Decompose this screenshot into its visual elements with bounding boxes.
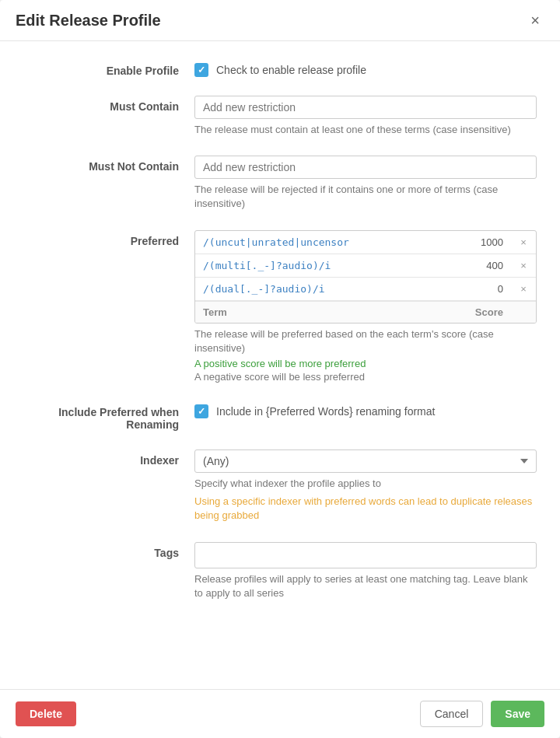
preferred-term-1: /(uncut|unrated|uncensor: [195, 231, 449, 254]
preferred-score-3: 0: [449, 278, 511, 300]
modal-title: Edit Release Profile: [16, 12, 161, 30]
close-button[interactable]: ×: [526, 11, 544, 30]
include-preferred-hint: Include in {Preferred Words} renaming fo…: [216, 405, 435, 418]
include-preferred-row: Include Preferred when Renaming Include …: [23, 401, 537, 431]
preferred-control: /(uncut|unrated|uncensor 1000 × /(multi[…: [194, 230, 537, 383]
enable-profile-row: Enable Profile Check to enable release p…: [23, 60, 537, 77]
must-not-contain-input[interactable]: [194, 156, 537, 179]
preferred-col-term: Term: [195, 302, 449, 323]
enable-profile-control: Check to enable release profile: [194, 60, 537, 77]
save-button[interactable]: Save: [491, 701, 544, 727]
preferred-col-score: Score: [449, 302, 511, 323]
preferred-term-3: /(dual[._-]?audio)/i: [195, 278, 449, 300]
must-not-contain-control: The release will be rejected if it conta…: [194, 156, 537, 211]
delete-button[interactable]: Delete: [16, 701, 76, 726]
preferred-label: Preferred: [23, 230, 194, 247]
modal-footer: Delete Cancel Save: [0, 689, 560, 738]
include-preferred-checkbox[interactable]: [194, 404, 208, 418]
must-contain-hint: The release must contain at least one of…: [194, 123, 537, 137]
indexer-row: Indexer (Any) Specify what indexer the p…: [23, 449, 537, 523]
preferred-delete-1[interactable]: ×: [511, 231, 536, 254]
enable-profile-hint: Check to enable release profile: [216, 64, 366, 76]
preferred-term-2: /(multi[._-]?audio)/i: [195, 254, 449, 277]
include-preferred-checkbox-row: Include in {Preferred Words} renaming fo…: [194, 401, 537, 418]
preferred-delete-2[interactable]: ×: [511, 254, 536, 277]
preferred-row-2: /(multi[._-]?audio)/i 400 ×: [195, 254, 536, 278]
preferred-hint-negative: A negative score will be less preferred: [194, 371, 537, 383]
preferred-row-1: /(uncut|unrated|uncensor 1000 ×: [195, 231, 536, 254]
modal-body: Enable Profile Check to enable release p…: [0, 41, 560, 689]
must-not-contain-hint: The release will be rejected if it conta…: [194, 183, 537, 211]
must-not-contain-row: Must Not Contain The release will be rej…: [23, 156, 537, 211]
preferred-hint-main: The release will be preferred based on t…: [194, 327, 537, 355]
preferred-score-1: 1000: [449, 231, 511, 254]
preferred-header: Term Score: [195, 301, 536, 323]
preferred-row-3: /(dual[._-]?audio)/i 0 ×: [195, 278, 536, 301]
preferred-table: /(uncut|unrated|uncensor 1000 × /(multi[…: [194, 230, 537, 324]
indexer-select[interactable]: (Any): [194, 449, 537, 473]
preferred-hint-positive: A positive score will be more preferred: [194, 358, 537, 369]
must-not-contain-label: Must Not Contain: [23, 156, 194, 173]
include-preferred-control: Include in {Preferred Words} renaming fo…: [194, 401, 537, 418]
preferred-delete-3[interactable]: ×: [511, 278, 536, 300]
must-contain-label: Must Contain: [23, 96, 194, 113]
include-preferred-label: Include Preferred when Renaming: [23, 401, 194, 431]
indexer-hint: Specify what indexer the profile applies…: [194, 477, 537, 491]
preferred-score-2: 400: [449, 254, 511, 277]
indexer-control: (Any) Specify what indexer the profile a…: [194, 449, 537, 523]
modal-header: Edit Release Profile ×: [0, 0, 560, 41]
must-contain-input[interactable]: [194, 96, 537, 119]
tags-input[interactable]: [194, 542, 537, 568]
tags-label: Tags: [23, 542, 194, 559]
tags-row: Tags Release profiles will apply to seri…: [23, 542, 537, 600]
preferred-row: Preferred /(uncut|unrated|uncensor 1000 …: [23, 230, 537, 383]
enable-profile-checkbox-row: Check to enable release profile: [194, 60, 537, 77]
indexer-label: Indexer: [23, 449, 194, 467]
tags-control: Release profiles will apply to series at…: [194, 542, 537, 600]
footer-right: Cancel Save: [420, 701, 544, 727]
cancel-button[interactable]: Cancel: [420, 701, 484, 727]
must-contain-row: Must Contain The release must contain at…: [23, 96, 537, 137]
enable-profile-checkbox[interactable]: [194, 63, 208, 77]
must-contain-control: The release must contain at least one of…: [194, 96, 537, 137]
enable-profile-label: Enable Profile: [23, 60, 194, 77]
edit-release-profile-modal: Edit Release Profile × Enable Profile Ch…: [0, 0, 560, 738]
indexer-warning: Using a specific indexer with preferred …: [194, 495, 537, 523]
tags-hint: Release profiles will apply to series at…: [194, 572, 537, 600]
